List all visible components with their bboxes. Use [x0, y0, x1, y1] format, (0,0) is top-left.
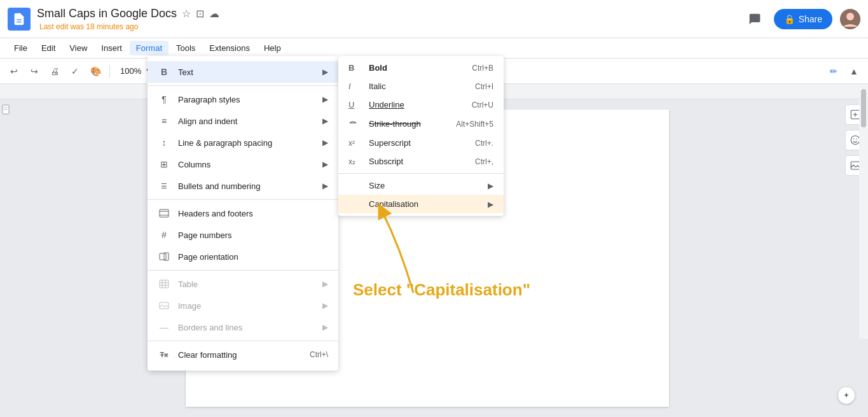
menu-item-file[interactable]: File	[8, 41, 34, 55]
text-arrow-icon: ▶	[322, 67, 328, 76]
strikethrough-icon	[348, 118, 361, 129]
menu-item-view[interactable]: View	[63, 41, 93, 55]
size-item[interactable]: Size ▶	[338, 176, 504, 195]
capitalisation-item[interactable]: Capitalisation ▶	[338, 195, 504, 213]
menu-item-tools[interactable]: Tools	[170, 41, 202, 55]
subscript-shortcut: Ctrl+,	[475, 157, 493, 166]
headers-footers-icon	[158, 207, 170, 220]
scroll-thumb[interactable]	[861, 89, 866, 127]
spellcheck-button[interactable]: ✓	[66, 62, 84, 80]
page-indicator	[2, 104, 10, 116]
top-bar: Small Caps in Google Docs ☆ ⊡ ☁ Last edi…	[0, 0, 868, 38]
page-numbers-label: Page numbers	[178, 230, 328, 240]
align-indent-label: Align and indent	[178, 117, 322, 126]
table-icon	[158, 278, 170, 290]
line-spacing-label: Line & paragraph spacing	[178, 138, 322, 148]
cloud-icon[interactable]: ☁	[209, 8, 219, 20]
subscript-item[interactable]: x₂ Subscript Ctrl+,	[338, 152, 504, 171]
strikethrough-label: Strike-through	[369, 119, 456, 129]
align-indent-icon: ≡	[158, 115, 170, 127]
share-label: Share	[799, 14, 822, 24]
underline-label: Underline	[369, 100, 472, 110]
capitalisation-label: Capitalisation	[369, 199, 488, 209]
borders-lines-label: Borders and lines	[178, 323, 322, 332]
star-icon[interactable]: ☆	[182, 8, 191, 20]
format-menu: B Text ▶ ¶ Paragraph styles ▶ ≡ Align an…	[148, 56, 338, 371]
lock-icon: 🔒	[784, 14, 795, 24]
text-submenu: B Bold Ctrl+B I Italic Ctrl+I U Underlin…	[338, 56, 504, 216]
paintformat-button[interactable]: 🎨	[86, 62, 104, 80]
submenu-divider	[338, 173, 504, 174]
underline-shortcut: Ctrl+U	[472, 101, 493, 110]
italic-shortcut: Ctrl+I	[475, 82, 493, 91]
align-indent-arrow: ▶	[322, 117, 328, 125]
superscript-item[interactable]: x² Superscript Ctrl+.	[338, 134, 504, 152]
left-sidebar	[0, 99, 11, 417]
print-button[interactable]: 🖨	[46, 62, 64, 80]
undo-button[interactable]: ↩	[5, 62, 23, 80]
subscript-icon: x₂	[348, 157, 361, 166]
text-item-label: Text	[178, 67, 322, 77]
format-menu-section-3: Headers and footers # Page numbers Page …	[148, 200, 338, 271]
headers-footers-label: Headers and footers	[178, 209, 328, 218]
svg-point-3	[846, 13, 854, 20]
page-orientation-icon	[158, 250, 170, 263]
menu-item-extensions[interactable]: Extensions	[203, 41, 256, 55]
text-format-icon: B	[158, 66, 170, 78]
bold-icon: B	[348, 63, 361, 73]
columns-arrow: ▶	[322, 160, 328, 169]
menu-item-insert[interactable]: Insert	[95, 41, 128, 55]
menu-item-edit[interactable]: Edit	[35, 41, 62, 55]
format-text-item[interactable]: B Text ▶	[148, 61, 338, 83]
italic-label: Italic	[369, 81, 475, 91]
paragraph-styles-item[interactable]: ¶ Paragraph styles ▶	[148, 88, 338, 110]
columns-label: Columns	[178, 160, 322, 169]
page-orientation-label: Page orientation	[178, 252, 328, 262]
svg-rect-24	[160, 302, 169, 309]
svg-rect-14	[160, 209, 169, 217]
toolbar-divider-1	[109, 65, 110, 78]
svg-point-12	[857, 139, 858, 140]
collapse-btn[interactable]: ▲	[845, 62, 863, 80]
strikethrough-item[interactable]: Strike-through Alt+Shift+5	[338, 114, 504, 134]
scrollbar[interactable]	[859, 84, 868, 339]
headers-footers-item[interactable]: Headers and footers	[148, 202, 338, 224]
bold-item[interactable]: B Bold Ctrl+B	[338, 59, 504, 77]
zoom-in-btn[interactable]: +	[837, 386, 855, 404]
table-item: Table ▶	[148, 273, 338, 295]
columns-icon: ⊞	[158, 158, 170, 171]
underline-item[interactable]: U Underline Ctrl+U	[338, 95, 504, 114]
size-arrow: ▶	[488, 181, 493, 190]
doc-title-area: Small Caps in Google Docs ☆ ⊡ ☁ Last edi…	[37, 7, 743, 31]
bold-label: Bold	[369, 63, 472, 73]
capitalisation-arrow: ▶	[488, 200, 493, 209]
comment-icon[interactable]	[743, 8, 766, 31]
underline-icon: U	[348, 100, 361, 110]
clear-formatting-label: Clear formatting	[178, 350, 310, 360]
line-spacing-icon: ↕	[158, 136, 170, 149]
folder-icon[interactable]: ⊡	[196, 8, 204, 20]
svg-point-11	[853, 139, 855, 140]
format-menu-section-4: Table ▶ Image ▶ — Borders and lines ▶	[148, 271, 338, 341]
page-numbers-item[interactable]: # Page numbers	[148, 224, 338, 246]
line-spacing-arrow: ▶	[322, 138, 328, 147]
page-orientation-item[interactable]: Page orientation	[148, 246, 338, 267]
menu-item-format[interactable]: Format	[130, 41, 169, 55]
redo-button[interactable]: ↪	[25, 62, 43, 80]
superscript-icon: x²	[348, 139, 361, 148]
bullets-item[interactable]: ☰ Bullets and numbering ▶	[148, 175, 338, 197]
table-arrow: ▶	[322, 279, 328, 288]
edit-pen-btn[interactable]: ✏	[825, 62, 843, 80]
image-label: Image	[178, 301, 322, 311]
page-nav: +	[837, 386, 855, 404]
clear-formatting-item[interactable]: Tx Clear formatting Ctrl+\	[148, 344, 338, 365]
menu-item-help[interactable]: Help	[258, 41, 287, 55]
bold-shortcut: Ctrl+B	[472, 64, 493, 73]
avatar	[840, 9, 860, 29]
italic-item[interactable]: I Italic Ctrl+I	[338, 77, 504, 95]
subscript-label: Subscript	[369, 157, 475, 166]
align-indent-item[interactable]: ≡ Align and indent ▶	[148, 110, 338, 132]
line-spacing-item[interactable]: ↕ Line & paragraph spacing ▶	[148, 132, 338, 153]
share-button[interactable]: 🔒 Share	[774, 9, 832, 29]
columns-item[interactable]: ⊞ Columns ▶	[148, 153, 338, 175]
